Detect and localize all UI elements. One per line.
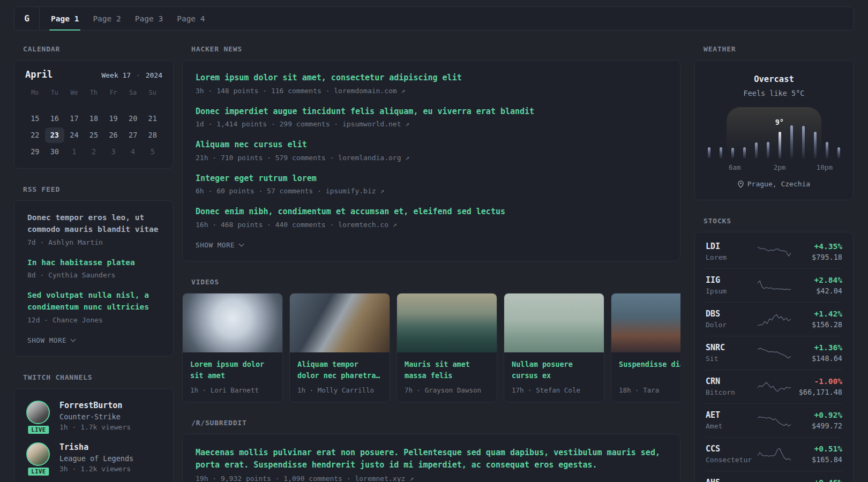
video-card[interactable]: Suspendisse diam 18h · Tara bbox=[611, 293, 680, 402]
stock-numbers: +2.84% $42.04 bbox=[791, 276, 842, 295]
page-tab[interactable]: Page 4 bbox=[170, 7, 212, 30]
twitch-channel-name[interactable]: Trisha bbox=[59, 442, 133, 452]
calendar-day: 16 bbox=[45, 111, 65, 126]
chevron-down-icon bbox=[71, 336, 76, 342]
calendar-header: April Week 17 · 2024 bbox=[25, 69, 162, 80]
stock-price: $795.18 bbox=[791, 253, 842, 261]
hackernews-item: Donec enim nibh, condimentum et accumsan… bbox=[196, 206, 667, 229]
twitch-channel-name[interactable]: ForrestBurton bbox=[59, 401, 131, 410]
hackernews-item-meta: 6h · 60 points · 57 comments · ipsumify.… bbox=[196, 187, 667, 195]
stock-sparkline bbox=[758, 277, 791, 294]
stock-row[interactable]: DBS Dolor +1.42% $156.28 bbox=[706, 302, 842, 336]
calendar-day: 26 bbox=[103, 127, 123, 143]
video-thumbnail[interactable] bbox=[290, 293, 390, 352]
subreddit-post-title[interactable]: Maecenas mollis pulvinar erat non posuer… bbox=[196, 447, 667, 472]
calendar-day: 3 bbox=[103, 144, 123, 160]
rss-item-title[interactable]: In hac habitasse platea bbox=[27, 257, 160, 269]
rss-item-title[interactable]: Sed volutpat nulla nisl, a condimentum n… bbox=[27, 290, 160, 313]
hackernews-item-title[interactable]: Lorem ipsum dolor sit amet, consectetur … bbox=[196, 72, 667, 84]
video-meta: 17h · Stefan Cole bbox=[512, 386, 596, 394]
calendar-day: 18 bbox=[84, 111, 104, 126]
stock-row[interactable]: AHS +0.46% bbox=[706, 471, 842, 482]
video-thumbnail[interactable] bbox=[397, 293, 497, 352]
video-thumbnail[interactable] bbox=[611, 293, 680, 352]
page-tabs: Page 1 Page 2 Page 3 Page 4 bbox=[44, 7, 212, 30]
weather-bar bbox=[731, 148, 734, 159]
stock-chart-cell bbox=[757, 344, 791, 362]
subreddit-post-meta: 19h · 9,932 points · 1,090 comments · lo… bbox=[196, 475, 667, 482]
weather-time-label: 10pm bbox=[817, 163, 833, 171]
middle-column: HACKER NEWS Lorem ipsum dolor sit amet, … bbox=[182, 45, 680, 482]
video-title[interactable]: Lorem ipsum dolor sit amet consectetu… bbox=[190, 359, 275, 382]
stock-chart-cell bbox=[757, 412, 791, 429]
stocks-section-title: STOCKS bbox=[704, 217, 854, 225]
stock-row[interactable]: LDI Lorem +4.35% $795.18 bbox=[706, 235, 842, 268]
weather-feels-like: Feels like 5°C bbox=[707, 89, 841, 97]
stock-change: -1.00% bbox=[791, 377, 842, 386]
video-card[interactable]: Mauris sit amet massa felis 7h · Grayson… bbox=[396, 293, 497, 402]
hackernews-item-title[interactable]: Donec imperdiet augue tincidunt felis al… bbox=[196, 106, 667, 118]
calendar-week-label: Week bbox=[101, 71, 118, 79]
weather-section-title: WEATHER bbox=[704, 45, 854, 53]
page-tab[interactable]: Page 2 bbox=[86, 7, 128, 30]
hackernews-item-title[interactable]: Aliquam nec cursus elit bbox=[196, 139, 667, 151]
video-thumbnail[interactable] bbox=[183, 293, 282, 352]
weather-bar bbox=[708, 147, 710, 159]
calendar-day: 25 bbox=[84, 127, 104, 143]
video-title[interactable]: Aliquam tempor dolor nec pharetra… bbox=[297, 359, 382, 382]
subreddit-post: Maecenas mollis pulvinar erat non posuer… bbox=[196, 447, 667, 482]
calendar-day: 1 bbox=[64, 144, 84, 160]
stocks-section: STOCKS LDI Lorem + bbox=[694, 217, 854, 482]
video-thumbnail[interactable] bbox=[504, 293, 604, 352]
video-title[interactable]: Suspendisse diam bbox=[619, 359, 680, 382]
stock-identity: LDI Lorem bbox=[706, 242, 757, 261]
video-card[interactable]: Aliquam tempor dolor nec pharetra… 1h · … bbox=[289, 293, 390, 402]
weather-card: Overcast Feels like 5°C 9° 6am2pm10pm Pr… bbox=[694, 60, 854, 200]
stock-row[interactable]: SNRC Sit +1.36% $148.64 bbox=[706, 336, 842, 370]
rss-show-more-button[interactable]: SHOW MORE bbox=[27, 336, 75, 344]
video-card[interactable]: Nullam posuere cursus ex 17h · Stefan Co… bbox=[504, 293, 604, 402]
hackernews-item-title[interactable]: Donec enim nibh, condimentum et accumsan… bbox=[196, 206, 667, 218]
twitch-channel-info: Trisha League of Legends 3h · 1.2k viewe… bbox=[59, 442, 133, 473]
calendar-day: 23 bbox=[45, 127, 65, 143]
subreddit-section: /R/SUBREDDIT Maecenas mollis pulvinar er… bbox=[182, 419, 680, 482]
stock-row[interactable]: CCS Consectetur +0.51% $165.84 bbox=[706, 437, 842, 471]
stock-price: $66,171.48 bbox=[791, 388, 842, 396]
stock-chart-cell bbox=[757, 311, 791, 328]
stock-sparkline bbox=[758, 479, 791, 482]
rss-list: Donec tempor eros leo, ut commodo mauris… bbox=[27, 212, 160, 324]
page-tab[interactable]: Page 3 bbox=[128, 7, 170, 30]
twitch-channel-row[interactable]: LIVE ForrestBurton Counter-Strike 1h · 1… bbox=[26, 401, 161, 431]
hackernews-item-title[interactable]: Integer eget rutrum lorem bbox=[196, 172, 667, 185]
hackernews-item-meta: 21h · 710 points · 579 comments · loreml… bbox=[196, 154, 667, 162]
video-title[interactable]: Mauris sit amet massa felis bbox=[405, 359, 489, 382]
weather-current-temp: 9° bbox=[775, 118, 784, 126]
rss-item-title[interactable]: Donec tempor eros leo, ut commodo mauris… bbox=[27, 212, 160, 236]
weather-hour-chart: 9° bbox=[708, 109, 840, 159]
video-card[interactable]: Lorem ipsum dolor sit amet consectetu… 1… bbox=[182, 293, 283, 402]
twitch-channel-row[interactable]: LIVE Trisha League of Legends 3h · 1.2k … bbox=[26, 442, 161, 473]
calendar-section: CALENDAR April Week 17 · 2024 bbox=[14, 45, 174, 169]
stock-row[interactable]: AET Amet +0.92% $499.72 bbox=[706, 403, 842, 437]
video-meta: 18h · Tara bbox=[619, 386, 680, 394]
stock-chart-cell bbox=[757, 243, 791, 260]
top-navbar: G Page 1 Page 2 Page 3 Page 4 bbox=[14, 6, 854, 31]
stock-numbers: +4.35% $795.18 bbox=[791, 242, 842, 261]
calendar-weekday: Su bbox=[143, 89, 162, 102]
rss-item-meta: 12d · Chance Jones bbox=[27, 316, 160, 324]
hackernews-card: Lorem ipsum dolor sit amet, consectetur … bbox=[182, 60, 680, 261]
stock-name: Amet bbox=[706, 422, 757, 430]
video-title[interactable]: Nullam posuere cursus ex bbox=[512, 359, 596, 382]
calendar-day: 19 bbox=[103, 111, 123, 126]
stock-row[interactable]: CRN Bitcorn -1.00% $66,171.48 bbox=[706, 370, 842, 403]
stock-row[interactable]: IIG Ipsum +2.84% $42.04 bbox=[706, 268, 842, 302]
calendar-section-title: CALENDAR bbox=[23, 45, 174, 53]
page-tab[interactable]: Page 1 bbox=[44, 7, 86, 30]
stock-sparkline bbox=[758, 378, 791, 395]
hackernews-item: Donec imperdiet augue tincidunt felis al… bbox=[196, 106, 667, 129]
calendar-card: April Week 17 · 2024 Mo Tu bbox=[14, 60, 174, 169]
stock-name: Sit bbox=[706, 355, 757, 363]
weather-bar bbox=[802, 126, 805, 159]
hackernews-show-more-button[interactable]: SHOW MORE bbox=[196, 241, 243, 249]
app-logo[interactable]: G bbox=[14, 7, 40, 30]
